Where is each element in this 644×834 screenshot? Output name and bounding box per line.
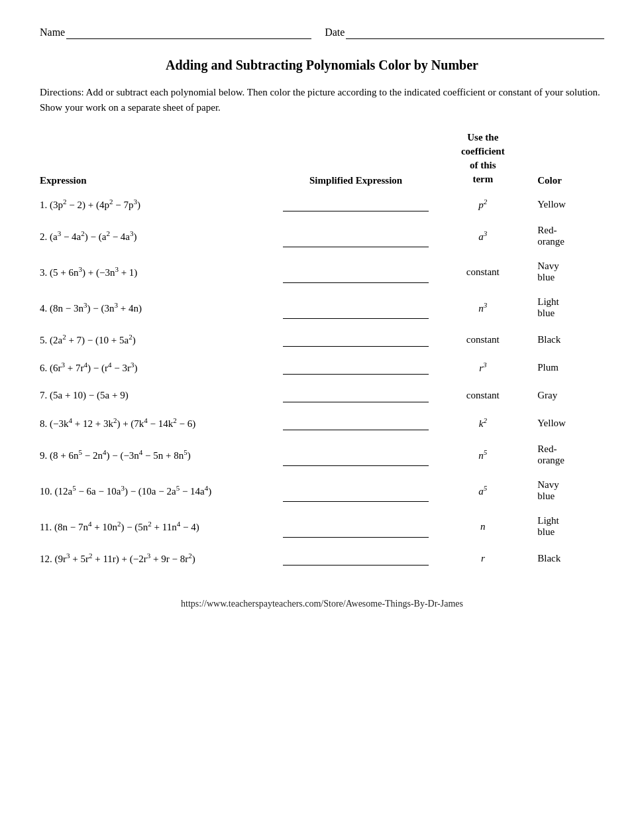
table-row: 7. (5a + 10) − (5a + 9)constantGray — [40, 381, 604, 409]
cell-term: p2 — [435, 190, 531, 218]
cell-term: n — [435, 508, 531, 544]
cell-simplified — [277, 544, 435, 572]
table-row: 6. (6r3 + 7r4) − (r4 − 3r3)r3Plum — [40, 353, 604, 381]
cell-expression: 6. (6r3 + 7r4) − (r4 − 3r3) — [40, 353, 277, 381]
cell-simplified — [277, 381, 435, 409]
cell-expression: 11. (8n − 7n4 + 10n2) − (5n2 + 11n4 − 4) — [40, 508, 277, 544]
cell-simplified — [277, 508, 435, 544]
cell-color: Navyblue — [531, 473, 604, 508]
cell-color: Red-orange — [531, 218, 604, 254]
cell-simplified — [277, 190, 435, 218]
cell-color: Gray — [531, 381, 604, 409]
cell-expression: 12. (9r3 + 5r2 + 11r) + (−2r3 + 9r − 8r2… — [40, 544, 277, 572]
col-header-color: Color — [531, 131, 604, 190]
table-row: 10. (12a5 − 6a − 10a3) − (10a − 2a5 − 14… — [40, 473, 604, 508]
cell-term: a5 — [435, 473, 531, 508]
date-underline — [346, 27, 604, 39]
cell-color: Black — [531, 544, 604, 572]
cell-simplified — [277, 326, 435, 353]
cell-expression: 5. (2a2 + 7) − (10 + 5a2) — [40, 326, 277, 353]
table-row: 2. (a3 − 4a2) − (a2 − 4a3)a3Red-orange — [40, 218, 604, 254]
directions: Directions: Add or subtract each polynom… — [40, 85, 604, 115]
name-underline — [66, 27, 311, 39]
cell-color: Red-orange — [531, 437, 604, 473]
problems-table: Expression Simplified Expression Use the… — [40, 131, 604, 572]
cell-color: Yellow — [531, 190, 604, 218]
cell-color: Navyblue — [531, 254, 604, 290]
cell-term: r3 — [435, 353, 531, 381]
cell-term: constant — [435, 381, 531, 409]
cell-expression: 2. (a3 − 4a2) − (a2 − 4a3) — [40, 218, 277, 254]
page-title: Adding and Subtracting Polynomials Color… — [40, 58, 604, 73]
cell-color: Lightblue — [531, 508, 604, 544]
cell-color: Black — [531, 326, 604, 353]
cell-simplified — [277, 254, 435, 290]
cell-simplified — [277, 409, 435, 437]
header-row: Name Date — [40, 27, 604, 39]
col-header-simplified: Simplified Expression — [277, 131, 435, 190]
date-label: Date — [325, 27, 345, 38]
cell-expression: 7. (5a + 10) − (5a + 9) — [40, 381, 277, 409]
cell-color: Plum — [531, 353, 604, 381]
cell-color: Yellow — [531, 409, 604, 437]
cell-simplified — [277, 353, 435, 381]
cell-term: k2 — [435, 409, 531, 437]
table-row: 9. (8 + 6n5 − 2n4) − (−3n4 − 5n + 8n5)n5… — [40, 437, 604, 473]
table-row: 3. (5 + 6n3) + (−3n3 + 1)constantNavyblu… — [40, 254, 604, 290]
cell-expression: 4. (8n − 3n3) − (3n3 + 4n) — [40, 290, 277, 326]
cell-expression: 1. (3p2 − 2) + (4p2 − 7p3) — [40, 190, 277, 218]
cell-expression: 3. (5 + 6n3) + (−3n3 + 1) — [40, 254, 277, 290]
cell-color: Lightblue — [531, 290, 604, 326]
cell-expression: 9. (8 + 6n5 − 2n4) − (−3n4 − 5n + 8n5) — [40, 437, 277, 473]
table-row: 12. (9r3 + 5r2 + 11r) + (−2r3 + 9r − 8r2… — [40, 544, 604, 572]
cell-simplified — [277, 290, 435, 326]
cell-simplified — [277, 473, 435, 508]
cell-term: r — [435, 544, 531, 572]
cell-term: a3 — [435, 218, 531, 254]
cell-term: constant — [435, 326, 531, 353]
cell-simplified — [277, 218, 435, 254]
table-row: 11. (8n − 7n4 + 10n2) − (5n2 + 11n4 − 4)… — [40, 508, 604, 544]
cell-expression: 10. (12a5 − 6a − 10a3) − (10a − 2a5 − 14… — [40, 473, 277, 508]
cell-simplified — [277, 437, 435, 473]
cell-term: n3 — [435, 290, 531, 326]
name-label: Name — [40, 27, 65, 38]
table-row: 8. (−3k4 + 12 + 3k2) + (7k4 − 14k2 − 6)k… — [40, 409, 604, 437]
cell-term: n5 — [435, 437, 531, 473]
col-header-use: Use thecoefficientof thisterm — [435, 131, 531, 190]
footer-url: https://www.teacherspayteachers.com/Stor… — [40, 599, 604, 609]
cell-expression: 8. (−3k4 + 12 + 3k2) + (7k4 − 14k2 − 6) — [40, 409, 277, 437]
table-header: Expression Simplified Expression Use the… — [40, 131, 604, 190]
table-row: 1. (3p2 − 2) + (4p2 − 7p3)p2Yellow — [40, 190, 604, 218]
table-row: 5. (2a2 + 7) − (10 + 5a2)constantBlack — [40, 326, 604, 353]
col-header-expression: Expression — [40, 131, 277, 190]
table-row: 4. (8n − 3n3) − (3n3 + 4n)n3Lightblue — [40, 290, 604, 326]
cell-term: constant — [435, 254, 531, 290]
